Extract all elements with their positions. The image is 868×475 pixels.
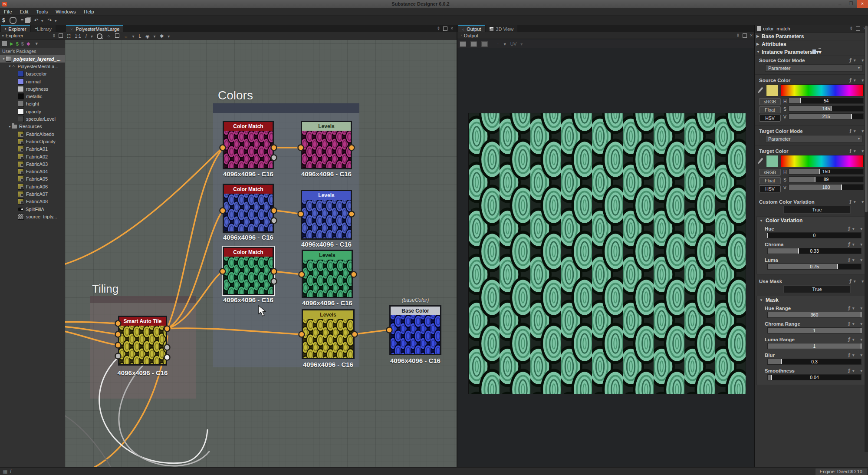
use-mask-toggle[interactable]: True — [783, 285, 851, 293]
tree-item-sourcetripty[interactable]: source_tripty... — [0, 213, 65, 220]
close-icon[interactable]: × — [450, 26, 453, 31]
tree-item-FabricA01[interactable]: FabricA01 — [0, 145, 65, 153]
color-swatch[interactable] — [766, 155, 778, 167]
colorspace-button-hsv[interactable]: HSV — [759, 185, 781, 192]
elbow-icon[interactable]: L — [139, 33, 141, 39]
dropdown-icon[interactable]: ▾ — [854, 78, 856, 82]
expand-icon[interactable]: ▾ — [861, 279, 864, 284]
link-icon[interactable] — [10, 17, 16, 24]
dropdown-icon[interactable]: ▾ — [819, 49, 821, 55]
tree-item-FabricA06[interactable]: FabricA06 — [0, 183, 65, 190]
eyedropper-icon[interactable] — [758, 158, 763, 163]
unpin-icon[interactable]: ✎ — [435, 26, 441, 32]
expand-arrow-icon[interactable]: ▼ — [8, 65, 12, 68]
node-color-match[interactable]: Color Match — [223, 247, 274, 295]
mask-group-header[interactable]: ▼Mask — [757, 296, 866, 304]
menu-item-edit[interactable]: Edit — [20, 9, 29, 14]
tree-item-polyesterlayered[interactable]: ▼polyester_layered_... — [0, 55, 65, 63]
expand-icon[interactable]: ▾ — [860, 227, 862, 231]
function-curve-icon[interactable]: ƒ — [849, 57, 852, 63]
dropdown-icon[interactable]: ▾ — [854, 129, 856, 133]
hue-gradient-bar[interactable] — [781, 84, 864, 96]
node-base-color[interactable]: Base Color — [389, 305, 441, 355]
properties-scrollbar[interactable] — [865, 25, 868, 452]
node-color-match[interactable]: Color Match — [223, 121, 274, 169]
unpin-icon[interactable]: ✎ — [848, 26, 854, 32]
image-check-icon[interactable] — [470, 41, 477, 47]
dropdown-icon[interactable]: ▾ — [852, 337, 855, 342]
tree-item-FabricOpacity[interactable]: FabricOpacity — [0, 138, 65, 145]
unpin-icon[interactable]: ✎ — [51, 33, 57, 39]
function-curve-icon[interactable]: ƒ — [848, 305, 850, 311]
tree-item-Resources[interactable]: ▼Resources — [0, 123, 65, 130]
function-curve-icon[interactable]: ƒ — [848, 226, 850, 231]
function-curve-icon[interactable]: ƒ — [849, 148, 852, 154]
custom-color-variation-toggle[interactable]: True — [783, 206, 851, 214]
expand-icon[interactable]: ▾ — [860, 322, 862, 326]
colorspace-button-float[interactable]: Float — [759, 177, 781, 184]
dropdown-icon[interactable]: ▾ — [852, 258, 855, 262]
color-swatch[interactable] — [766, 84, 778, 96]
colorspace-button-hsv[interactable]: HSV — [759, 115, 781, 122]
float-icon[interactable] — [59, 33, 63, 38]
fit-view-icon[interactable]: ⛶ — [67, 33, 70, 39]
zoom-icon[interactable] — [97, 33, 102, 39]
play-icon[interactable]: ▶ — [10, 41, 13, 46]
slider-s[interactable]: 145 — [789, 106, 864, 112]
view2d-content[interactable]: 4096 x 4096 (RGBA, 16bpc) ▾ i ⛶ 1:1 ⊖ 20… — [457, 48, 755, 449]
tree-item-FabricA03[interactable]: FabricA03 — [0, 160, 65, 168]
tree-item-opacity[interactable]: opacity — [0, 108, 65, 115]
tree-item-roughness[interactable]: roughness — [0, 85, 65, 92]
image-icon[interactable] — [460, 41, 466, 47]
redo-icon[interactable]: ↷▾ — [48, 17, 57, 23]
tree-item-height[interactable]: height — [0, 100, 65, 108]
close-icon[interactable]: × — [750, 33, 753, 38]
colorspace-button-srgb[interactable]: sRGB — [759, 98, 781, 105]
compute-icon[interactable]: $ — [16, 41, 19, 46]
dropdown-icon[interactable]: ▾ — [854, 149, 856, 153]
slider-s[interactable]: 89 — [789, 176, 864, 182]
timer-icon[interactable]: ◉ ▾ — [145, 33, 155, 39]
dropdown-icon[interactable]: ▾ — [852, 322, 855, 326]
publish-dropdown-icon[interactable]: ▾ — [35, 41, 38, 46]
tree-item-PolyesterMeshLa[interactable]: ▼⁘PolyesterMeshLa... — [0, 63, 65, 70]
tab-graph[interactable]: ⁘ PolyesterMeshLarge — [66, 25, 123, 32]
dropdown-icon[interactable]: ▾ — [854, 200, 856, 204]
function-curve-icon[interactable]: ƒ — [848, 241, 850, 247]
source-color-mode-dropdown[interactable]: Parameter▾ — [765, 64, 863, 72]
function-curve-icon[interactable]: ƒ — [848, 352, 850, 358]
dropdown-icon[interactable]: ▾ — [852, 369, 855, 373]
maximize-button[interactable]: ❐ — [845, 0, 857, 8]
node-levels[interactable]: Levels — [302, 309, 355, 359]
node-levels[interactable]: Levels — [301, 121, 352, 169]
slider-h[interactable]: 150 — [789, 168, 864, 175]
expand-icon[interactable]: ▾ — [860, 306, 862, 310]
slider[interactable]: 0.3 — [767, 359, 861, 365]
tab-library[interactable]: Library — [31, 25, 56, 32]
slider[interactable]: 0 — [767, 232, 861, 238]
section-attributes[interactable]: ▶Attributes — [755, 40, 868, 48]
tree-item-SplitFillA[interactable]: SplitFillA — [0, 205, 65, 213]
camera-icon[interactable] — [481, 41, 488, 47]
tree-item-FabricA04[interactable]: FabricA04 — [0, 168, 65, 175]
dropdown-icon[interactable]: ▾ — [854, 279, 856, 284]
substance-icon[interactable]: $ — [2, 17, 5, 23]
slider[interactable]: 1 — [767, 343, 861, 349]
tree-item-FabricA07[interactable]: FabricA07 — [0, 190, 65, 198]
dropdown-icon[interactable]: ▾ — [852, 306, 855, 310]
link-nodes-icon[interactable]: ⁘ — [107, 33, 111, 39]
function-curve-icon[interactable]: ƒ — [848, 321, 850, 327]
expand-arrow-icon[interactable]: ▼ — [2, 57, 6, 60]
menu-item-tools[interactable]: Tools — [36, 9, 48, 14]
expand-icon[interactable]: ▾ — [860, 258, 862, 262]
slider[interactable]: 360 — [767, 312, 861, 318]
slider[interactable]: 1 — [767, 327, 861, 333]
color-variation-group-header[interactable]: ▼Color Variation — [757, 217, 866, 224]
slider-h[interactable]: 54 — [789, 98, 864, 104]
save-icon[interactable] — [2, 41, 7, 46]
actual-size-button[interactable]: 1:1 — [75, 33, 81, 39]
float-icon[interactable] — [743, 33, 747, 38]
node-levels[interactable]: Levels — [302, 250, 353, 298]
tree-item-basecolor[interactable]: basecolor — [0, 70, 65, 78]
hue-gradient-bar[interactable] — [781, 155, 864, 167]
